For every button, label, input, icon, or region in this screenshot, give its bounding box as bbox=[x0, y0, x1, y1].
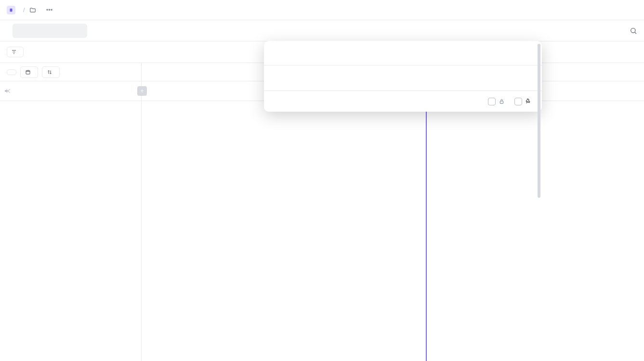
section-more-title bbox=[264, 73, 542, 79]
calendar-icon bbox=[25, 69, 31, 75]
search-icon-right[interactable] bbox=[630, 27, 637, 35]
breadcrumb-more-icon[interactable]: ••• bbox=[44, 5, 55, 14]
sortby-button[interactable] bbox=[42, 66, 60, 78]
pin-view-checkbox[interactable] bbox=[514, 98, 522, 105]
search-views-input[interactable] bbox=[13, 24, 87, 38]
workspace-icon bbox=[7, 6, 15, 14]
pin-view-toggle[interactable] bbox=[514, 98, 534, 105]
private-view-checkbox[interactable] bbox=[488, 98, 496, 105]
gantt-sidebar: + bbox=[0, 63, 142, 361]
today-indicator bbox=[426, 101, 427, 361]
svg-rect-3 bbox=[26, 70, 30, 74]
svg-rect-4 bbox=[500, 101, 503, 103]
view-picker-popover bbox=[264, 41, 542, 112]
popover-footer bbox=[264, 90, 542, 112]
svg-rect-0 bbox=[10, 8, 13, 12]
scrollbar[interactable] bbox=[538, 44, 540, 90]
search-views-field[interactable] bbox=[20, 27, 101, 34]
gantt-side-controls bbox=[0, 63, 141, 81]
pin-icon bbox=[525, 98, 531, 104]
breadcrumb-separator: / bbox=[23, 6, 25, 13]
svg-point-2 bbox=[631, 28, 635, 32]
add-column-icon[interactable]: + bbox=[137, 86, 147, 96]
hide-button[interactable] bbox=[28, 50, 34, 54]
filter-icon bbox=[11, 49, 17, 55]
lock-icon bbox=[499, 98, 505, 104]
private-view-toggle[interactable] bbox=[488, 98, 508, 105]
task-tree bbox=[0, 101, 141, 111]
section-popular-title bbox=[264, 50, 542, 55]
popover-divider bbox=[264, 65, 542, 65]
sort-icon bbox=[47, 69, 53, 75]
collapse-icon[interactable] bbox=[4, 87, 12, 95]
today-button[interactable] bbox=[7, 69, 16, 75]
weekday-button[interactable] bbox=[20, 66, 38, 78]
view-tabs-bar bbox=[0, 20, 644, 41]
breadcrumb: / ••• bbox=[0, 0, 644, 20]
folder-icon bbox=[29, 6, 37, 14]
sidebar-header: + bbox=[0, 81, 141, 101]
filters-button[interactable] bbox=[7, 47, 24, 57]
